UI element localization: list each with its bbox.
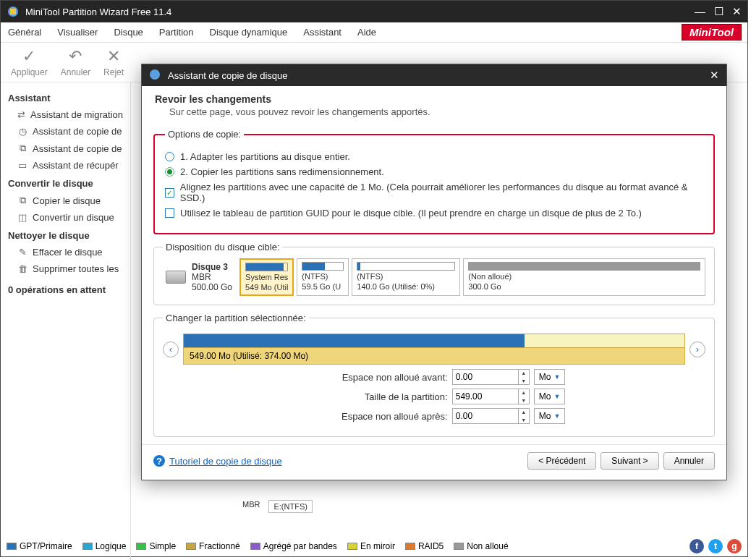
sidebar-item-delete-all[interactable]: 🗑Supprimer toutes les: [1, 260, 130, 277]
close-button[interactable]: ✕: [732, 5, 742, 18]
undo-icon: ↶: [69, 47, 82, 66]
dialog-cancel-button[interactable]: Annuler: [663, 452, 715, 470]
next-button[interactable]: Suivant >: [601, 452, 658, 470]
chevron-down-icon: ▼: [553, 412, 560, 420]
tutorial-link[interactable]: ?Tutoriel de copie de disque: [153, 455, 282, 467]
partition-size-input[interactable]: ▲▼: [452, 389, 530, 404]
dialog-close-button[interactable]: ✕: [710, 69, 719, 82]
maximize-button[interactable]: ☐: [714, 5, 724, 18]
eraser-icon: ✎: [17, 247, 28, 258]
migration-icon: ⇄: [17, 109, 26, 120]
spin-down-icon[interactable]: ▼: [519, 377, 529, 385]
slider-fill: [184, 334, 525, 347]
menu-disque[interactable]: Disque: [114, 27, 143, 38]
menu-assistant[interactable]: Assistant: [303, 27, 341, 38]
copy-icon: ⧉: [17, 195, 28, 206]
dialog-titlebar: Assistant de copie de disque ✕: [142, 64, 726, 86]
unalloc-after-input[interactable]: ▲▼: [452, 408, 530, 424]
partition-size-label: Taille de la partition:: [303, 391, 448, 402]
cross-icon: ✕: [107, 47, 120, 66]
convert-icon: ◫: [17, 212, 28, 223]
window-title: MiniTool Partition Wizard Free 11.4: [25, 7, 171, 17]
menubar: Général Visualiser Disque Partition Disq…: [1, 22, 747, 43]
sidebar-heading-assistant: Assistant: [8, 93, 123, 103]
unit-select[interactable]: Mo▼: [534, 389, 566, 404]
change-partition-legend: Changer la partition sélectionnée:: [163, 313, 309, 323]
dialog-heading: Revoir les changements: [155, 93, 271, 105]
copy-options-legend: Options de copie:: [165, 129, 244, 140]
unalloc-after-label: Espace non alloué après:: [303, 411, 448, 422]
disk-info: Disque 3 MBR 500.00 Go: [163, 258, 235, 296]
sidebar-item-migration[interactable]: ⇄Assistant de migration: [1, 106, 130, 123]
svg-rect-1: [10, 9, 16, 14]
minimize-button[interactable]: —: [695, 5, 705, 18]
partition-block[interactable]: (NTFS)140.0 Go (Utilisé: 0%): [352, 258, 460, 296]
spin-up-icon[interactable]: ▲: [519, 369, 529, 377]
pending-ops: 0 opérations en attent: [8, 284, 123, 295]
sidebar-heading-clean: Nettoyer le disque: [8, 230, 123, 241]
spin-down-icon[interactable]: ▼: [519, 416, 529, 424]
copy-disk-wizard-dialog: Assistant de copie de disque ✕ Revoir le…: [141, 64, 727, 480]
facebook-icon[interactable]: f: [690, 539, 704, 553]
check-align-1mb[interactable]: ✓Alignez les partitions avec une capacit…: [165, 182, 703, 203]
apply-button[interactable]: ✓Appliquer: [11, 47, 48, 77]
sidebar-item-copy-1[interactable]: ◷Assistant de copie de: [1, 123, 130, 140]
target-layout-fieldset: Disposition du disque cible: Disque 3 MB…: [153, 242, 715, 305]
checkbox-checked-icon: ✓: [165, 188, 174, 198]
svg-point-2: [150, 69, 160, 80]
partition-block[interactable]: (Non alloué)300.0 Go: [463, 258, 705, 296]
cancel-button[interactable]: ↶Annuler: [61, 47, 90, 77]
app-icon: [7, 5, 20, 18]
sidebar-item-convert[interactable]: ◫Convertir un disque: [1, 209, 130, 226]
wizard-icon: [149, 69, 162, 82]
check-icon: ✓: [22, 47, 35, 66]
titlebar: MiniTool Partition Wizard Free 11.4 — ☐ …: [1, 1, 747, 22]
copy-options-fieldset: Options de copie: 1. Adapter les partiti…: [153, 129, 715, 234]
partition-block[interactable]: System Res549 Mo (Util: [239, 258, 294, 296]
unit-select[interactable]: Mo▼: [534, 369, 566, 385]
slider-next-button[interactable]: ›: [690, 341, 705, 357]
legend-bar: GPT/Primaire Logique Simple Fractionné A…: [7, 535, 742, 553]
unalloc-before-input[interactable]: ▲▼: [452, 369, 530, 385]
dialog-title: Assistant de copie de disque: [168, 70, 288, 81]
gplus-icon[interactable]: g: [727, 539, 742, 553]
background-disk-row: MBR E:(NTFS): [234, 500, 313, 513]
spin-up-icon[interactable]: ▲: [519, 408, 529, 416]
copy-icon: ⧉: [17, 143, 28, 154]
clock-icon: ◷: [17, 126, 28, 137]
slider-prev-button[interactable]: ‹: [163, 341, 179, 357]
spin-down-icon[interactable]: ▼: [519, 396, 529, 404]
partition-slider[interactable]: [183, 334, 685, 348]
check-guid[interactable]: Utilisez le tableau de partition GUID po…: [165, 208, 703, 219]
menu-aide[interactable]: Aide: [357, 27, 376, 38]
menu-general[interactable]: Général: [8, 27, 41, 38]
sidebar: Assistant ⇄Assistant de migration ◷Assis…: [1, 82, 131, 560]
disk-icon: [166, 271, 186, 284]
dialog-sub: Sur cette page, vous pouvez revoir les c…: [169, 106, 430, 117]
unit-select[interactable]: Mo▼: [534, 408, 566, 424]
menu-visualiser[interactable]: Visualiser: [57, 27, 98, 38]
checkbox-unchecked-icon: [165, 208, 174, 218]
sidebar-item-copy-disk[interactable]: ⧉Copier le disque: [1, 192, 130, 209]
target-layout-legend: Disposition du disque cible:: [163, 242, 283, 253]
sidebar-item-copy-2[interactable]: ⧉Assistant de copie de: [1, 140, 130, 157]
slider-label: 549.00 Mo (Utilisé: 374.00 Mo): [183, 348, 685, 365]
radio-off-icon: [165, 152, 174, 161]
radio-on-icon: [165, 167, 174, 177]
sidebar-item-recover[interactable]: ▭Assistant de récupér: [1, 157, 130, 174]
chevron-down-icon: ▼: [553, 393, 560, 400]
dialog-header: Revoir les changements Sur cette page, v…: [142, 86, 726, 124]
twitter-icon[interactable]: t: [708, 539, 723, 553]
sidebar-item-erase[interactable]: ✎Effacer le disque: [1, 244, 130, 260]
radio-fit-entire[interactable]: 1. Adapter les partitions au disque enti…: [165, 151, 703, 162]
spin-up-icon[interactable]: ▲: [519, 389, 529, 396]
radio-no-resize[interactable]: 2. Copier les partitions sans redimensio…: [165, 166, 703, 177]
reject-button[interactable]: ✕Rejet: [103, 47, 124, 77]
menu-partition[interactable]: Partition: [159, 27, 194, 38]
menu-dynamique[interactable]: Disque dynamique: [210, 27, 288, 38]
prev-button[interactable]: < Précédent: [527, 452, 596, 470]
change-partition-fieldset: Changer la partition sélectionnée: ‹ 549…: [153, 313, 715, 437]
dialog-footer: ?Tutoriel de copie de disque < Précédent…: [142, 444, 726, 480]
partition-block[interactable]: (NTFS)59.5 Go (U: [297, 258, 349, 296]
brand-logo: MiniTool: [682, 24, 742, 41]
